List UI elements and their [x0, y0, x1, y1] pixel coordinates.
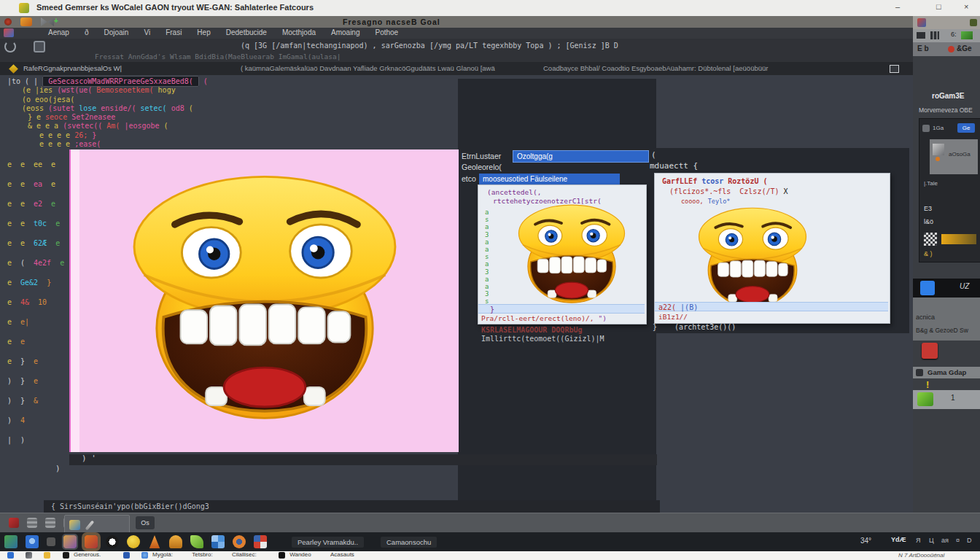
menu-item-3[interactable]: Vi	[142, 28, 152, 37]
camera-icon[interactable]	[26, 535, 39, 548]
taskbar-window-button-2[interactable]: Camaonsochu	[381, 537, 437, 548]
code-token: 4e2f	[34, 259, 51, 267]
mini-photo-icon[interactable]	[933, 144, 944, 155]
center-field[interactable]: Ozoltgga(g	[513, 150, 649, 163]
desk-icon-person[interactable]	[141, 552, 148, 559]
code-editor[interactable]: |to(|GeSecascoWMadWRRPraeeGeSxxaeBed8(( …	[4, 77, 456, 149]
sidebar-strip3-left[interactable]: E b	[917, 44, 929, 52]
x-tool-icon[interactable]	[41, 18, 54, 26]
taskbar-window-button-1[interactable]: Pearley Vramakdu..	[292, 537, 364, 548]
menu-item-0[interactable]: Aenap	[47, 28, 71, 37]
stamp2-icon[interactable]	[45, 518, 55, 528]
code-gutter[interactable]: eeeee eeeae eee2e eet0ce ee62Æe e(4e2fe …	[7, 155, 70, 450]
green-check-icon[interactable]	[961, 31, 973, 39]
pencil-icon[interactable]	[85, 520, 95, 530]
menu-item-1[interactable]: ð	[83, 28, 90, 37]
desk-icon-folder[interactable]	[44, 552, 50, 559]
figure-icon[interactable]	[169, 535, 182, 548]
firefox-icon[interactable]	[233, 535, 246, 548]
sidebar-mini-window[interactable]: 1Ga Ge aOsoGa |.Tale E3 l&ö & )	[919, 118, 980, 262]
tray-icon-4[interactable]: ¤	[956, 537, 960, 544]
code-token: }	[20, 357, 25, 365]
menu-item-8[interactable]: Amoaing	[330, 28, 361, 37]
mini-blue-button[interactable]: Ge	[957, 123, 975, 133]
menu-item-5[interactable]: Hep	[195, 28, 211, 37]
menu-logo-icon[interactable]	[4, 28, 14, 37]
orange-blob-icon[interactable]	[20, 18, 32, 26]
gallery-icon[interactable]	[63, 535, 77, 548]
tray-icon-1[interactable]: Я	[916, 537, 921, 544]
plus-icon[interactable]: +	[54, 17, 58, 25]
menu-item-7[interactable]: Mocthjoda	[281, 28, 317, 37]
image-editor-icon[interactable]	[85, 535, 98, 548]
desk-icon-app[interactable]	[26, 552, 32, 559]
grid-icon[interactable]	[254, 535, 267, 548]
grid-glyph-icon[interactable]	[930, 31, 939, 39]
green-blob-icon[interactable]	[970, 19, 977, 26]
mini-item-1[interactable]: E3	[924, 205, 932, 212]
gallery-tool-icon[interactable]	[69, 520, 80, 530]
menu-item-9[interactable]: Pothoe	[373, 28, 400, 37]
sidebar-group-row[interactable]: Gama Gdap	[913, 367, 980, 378]
horizontal-scrollbar[interactable]	[69, 454, 657, 465]
red-tool-icon[interactable]	[9, 518, 19, 528]
code-line: |to(|GeSecascoWMadWRRPraeeGeSxxaeBed8((	[4, 77, 456, 86]
emoji-icon[interactable]	[127, 535, 140, 548]
tray-icon-3[interactable]: ая	[941, 537, 949, 544]
peek-panel-center[interactable]: (ancettedel(, rtctehetyczoenotzerC1[str(…	[478, 184, 647, 324]
sidebar-strip3-right[interactable]: &Ge	[957, 44, 972, 52]
peek-panel-right[interactable]: GarfLLEftcosrRoztözU ( (flcizos*.~fls Cz…	[654, 173, 890, 324]
stamp-icon[interactable]	[27, 518, 37, 528]
desk-icon-window[interactable]	[279, 552, 285, 559]
tray-icon-5[interactable]: D	[967, 537, 972, 544]
red-badge-icon[interactable]	[922, 343, 938, 359]
cone-icon[interactable]	[148, 535, 161, 548]
right-highlight-row[interactable]: a22(|(B)	[655, 302, 888, 311]
desk-label-0[interactable]: Generous.	[74, 551, 101, 558]
maximize-button[interactable]: □	[936, 2, 941, 11]
weather-temperature[interactable]: 34°	[860, 537, 871, 545]
sidebar-row-text[interactable]: B&g & GezoeD Sw	[916, 327, 968, 334]
panel-toggle-icon[interactable]	[890, 65, 899, 73]
leaf-icon[interactable]	[190, 535, 203, 548]
os-button[interactable]: Os	[136, 516, 155, 529]
desk-icon-s[interactable]	[123, 552, 130, 559]
breadcrumb-mid[interactable]: ( kaümnaGalemäskalüaö Davdnaan Yafliade …	[241, 64, 495, 72]
image-viewer-pink[interactable]	[69, 149, 459, 452]
tray-text[interactable]: YdÆ	[891, 536, 906, 543]
sidebar-green-row[interactable]: 1	[913, 390, 980, 409]
mini-app-icon[interactable]	[917, 18, 926, 27]
record-dot-icon[interactable]	[948, 46, 954, 52]
chrome-icon[interactable]	[106, 535, 119, 548]
widget-icon[interactable]	[47, 537, 55, 546]
photos-icon[interactable]	[4, 535, 18, 548]
desk-icon-dark[interactable]	[63, 552, 69, 559]
windows-logo-icon[interactable]	[920, 281, 935, 295]
mini-row-icon[interactable]	[922, 125, 930, 132]
breadcrumb-left[interactable]: RafeRGgnakprvanbbjesalOs W|	[23, 64, 122, 72]
desk-label-2[interactable]: Tetsbro:	[192, 551, 212, 558]
desk-label-4[interactable]: Wandeo	[289, 551, 311, 558]
close-button[interactable]: ×	[964, 2, 968, 11]
quickbar-active-group[interactable]	[64, 515, 130, 534]
menu-item-4[interactable]: Frasi	[164, 28, 183, 37]
autocomplete-selected-item[interactable]: mooseusotied Fäulseilene	[479, 174, 620, 184]
mosaic-icon[interactable]	[211, 535, 225, 548]
refresh-icon[interactable]	[4, 41, 16, 52]
minimize-button[interactable]: –	[895, 2, 900, 11]
desk-label-3[interactable]: Cilallisec:	[232, 551, 257, 558]
window-glyph-icon[interactable]	[917, 32, 925, 39]
menu-item-2[interactable]: Dojoain	[102, 28, 130, 37]
red-dot-icon[interactable]	[4, 18, 12, 26]
tray-icon-2[interactable]: Ц	[929, 537, 934, 544]
desk-label-1[interactable]: Mygolá:	[152, 551, 173, 558]
menu-item-6[interactable]: Dedetbucide	[225, 28, 268, 37]
gear-icon[interactable]	[34, 41, 45, 52]
code-token: }	[20, 377, 25, 385]
desk-icon-blue[interactable]	[7, 552, 14, 559]
code-token: (sutet	[48, 104, 74, 112]
mini-item-2[interactable]: l&ö	[924, 218, 933, 225]
breadcrumb-right[interactable]: Coadbayce Bhbal/ Coaodtio EsgyboaebAüaha…	[543, 64, 768, 72]
peek-highlight-row[interactable]: }	[478, 304, 645, 314]
desk-label-5[interactable]: Acasauts	[330, 551, 354, 558]
